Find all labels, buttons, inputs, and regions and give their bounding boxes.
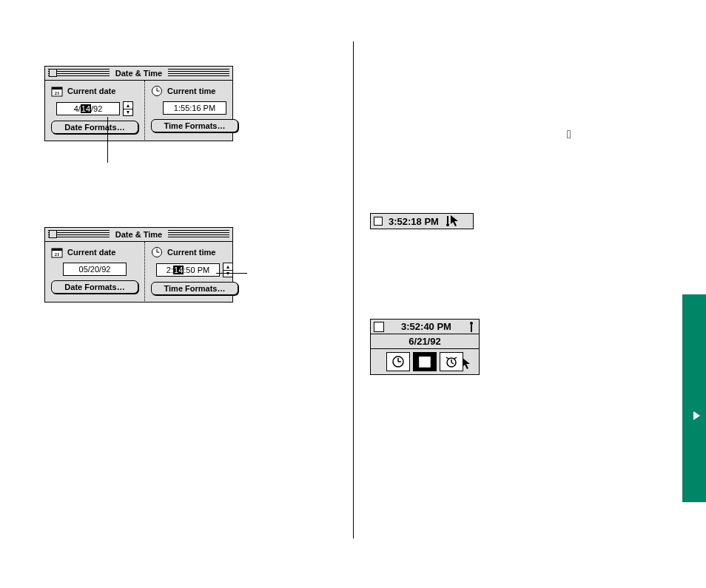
stepper-up-icon[interactable]: ▲ (223, 263, 232, 270)
date-field[interactable]: 05/20/92 (63, 263, 127, 276)
alarm-close-box[interactable] (374, 322, 384, 332)
svg-line-24 (446, 357, 448, 359)
alarm-close-box[interactable] (374, 217, 383, 226)
time-stepper[interactable]: ▲ ▼ (223, 263, 233, 277)
svg-rect-1 (52, 87, 62, 89)
stepper-up-icon[interactable]: ▲ (124, 102, 132, 109)
date-time-window: Date & Time 21 Current date 05/20/92 (44, 227, 233, 303)
current-time-label: Current time (167, 248, 215, 257)
cursor-arrow-icon (463, 358, 471, 370)
collapse-lever-icon[interactable] (468, 322, 476, 332)
svg-text:21: 21 (423, 361, 428, 367)
svg-rect-12 (447, 216, 448, 223)
close-box[interactable] (49, 69, 57, 77)
date-formats-button[interactable]: Date Formats… (51, 121, 138, 134)
alarm-time: 3:52:18 PM (389, 216, 439, 227)
svg-rect-16 (471, 325, 472, 332)
date-stepper[interactable]: ▲ ▼ (123, 101, 133, 116)
time-formats-button[interactable]: Time Formats… (151, 119, 238, 132)
callout-line (107, 117, 108, 163)
clock-icon (151, 85, 163, 97)
current-date-label: Current date (67, 248, 115, 257)
stepper-down-icon[interactable]: ▼ (124, 109, 132, 116)
time-formats-button[interactable]: Time Formats… (151, 282, 238, 295)
calendar-icon: 21 (51, 246, 63, 258)
side-tab (682, 294, 706, 502)
clock-mode-button[interactable] (386, 352, 410, 371)
time-field[interactable]: 2:14:50 PM (156, 263, 220, 277)
svg-text:21: 21 (55, 90, 61, 96)
alarm-clock-bar[interactable]: 3:52:18 PM (370, 213, 474, 229)
alarm-time: 3:52:40 PM (390, 321, 463, 332)
close-box[interactable] (49, 230, 57, 238)
calendar-icon: 21 (51, 85, 63, 97)
clock-icon (151, 246, 163, 258)
callout-line (216, 273, 247, 274)
svg-rect-7 (52, 249, 62, 251)
svg-line-25 (454, 357, 457, 359)
side-tab-arrow-icon (693, 411, 700, 420)
apple-logo-icon:  (567, 129, 571, 141)
svg-marker-14 (451, 215, 458, 226)
svg-point-13 (446, 223, 449, 226)
window-title: Date & Time (110, 230, 168, 239)
page-divider (353, 41, 354, 538)
current-date-label: Current date (67, 87, 115, 95)
cursor-arrow-icon (451, 215, 460, 227)
svg-text:21: 21 (55, 251, 61, 257)
calendar-mode-button[interactable]: 21 (413, 352, 437, 371)
svg-marker-28 (463, 358, 470, 369)
date-formats-button[interactable]: Date Formats… (51, 280, 138, 294)
svg-point-15 (470, 322, 473, 325)
svg-line-27 (451, 362, 454, 364)
date-field[interactable]: 4/14/92 (56, 102, 120, 115)
alarm-mode-button[interactable] (440, 352, 463, 371)
date-time-window: Date & Time 21 Current date (44, 66, 233, 141)
window-title: Date & Time (110, 69, 168, 78)
current-time-label: Current time (167, 87, 215, 95)
alarm-clock-expanded: 3:52:40 PM 6/21/92 (370, 319, 480, 375)
alarm-date: 6/21/92 (409, 336, 440, 347)
svg-rect-21 (420, 357, 430, 360)
time-field[interactable]: 1:55:16 PM (163, 101, 226, 115)
